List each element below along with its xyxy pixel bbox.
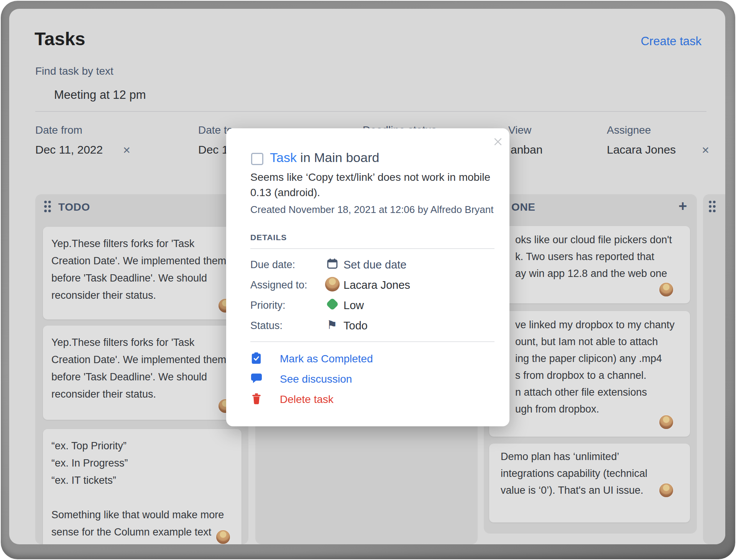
create-task-button[interactable]: Create task [632,34,702,48]
status-flag-icon: ⚑ [327,319,337,331]
task-card[interactable]: Yep.These filters forks for 'Task Creati… [43,227,242,319]
filter-view-value[interactable]: anban [511,143,542,156]
task-details-modal: Task in Main board Seems like ‘Copy text… [226,128,509,426]
page-title: Tasks [34,28,85,49]
screenshot-root: Tasks Create task Find task by text Meet… [0,0,736,560]
status-label: Status: [250,320,283,332]
column-todo-title: TODO [58,201,90,213]
priority-value[interactable]: Low [343,299,364,312]
task-card[interactable]: Demo plan has ‘unlimited’ integrations c… [489,444,690,522]
filter-view-label: View [508,124,531,136]
assignee-avatar [325,277,340,291]
card-text-line: Yep.These filters forks for 'Task [51,235,242,252]
task-description-line1: Seems like ‘Copy text/link’ does not wor… [250,170,490,185]
card-text-line: before 'Task Deadline'. We should [51,368,242,386]
mark-completed-button[interactable]: Mark as Completed [280,353,373,365]
card-text-line: sense for the Column example text [51,524,242,541]
card-text-line: ve linked my dropbox to my chanty [515,316,690,333]
card-text-line: ugh from dropbox. [515,401,690,418]
card-text-line: “ex. In Progress” [51,455,242,472]
set-due-date-button[interactable]: Set due date [343,259,406,271]
modal-title: Task in Main board [270,150,379,165]
details-divider [250,248,495,249]
close-icon[interactable] [493,137,503,148]
modal-title-rest: in Main board [297,150,379,165]
avatar [659,283,673,296]
filter-date-from-clear-icon[interactable]: ✕ [123,145,131,156]
mark-completed-icon [251,352,261,366]
task-card[interactable]: oks like our cloud file pickers don't k.… [489,226,690,303]
header-divider [35,111,706,112]
task-created-meta: Created November 18, 2021 at 12:06 by Al… [250,204,494,216]
card-text-line: integrations capability (technical [501,465,690,482]
details-section-label: DETAILS [250,233,287,242]
card-text-line: n attach other file extensions [515,384,690,401]
filter-date-to-value[interactable]: Dec 1 [198,143,228,156]
see-discussion-button[interactable]: See discussion [280,373,352,385]
filter-assignee-clear-icon[interactable]: ✕ [702,145,710,156]
delete-task-button[interactable]: Delete task [280,393,334,406]
column-todo-drag-handle-icon[interactable] [43,200,52,215]
column-done-title: ONE [511,201,535,213]
card-text-line: before 'Task Deadline'. We should [51,270,242,287]
modal-title-task: Task [270,150,297,165]
column-todo: TODO Yep.These filters forks for 'Task C… [35,194,248,544]
app-screen: Tasks Create task Find task by text Meet… [9,9,725,544]
search-input[interactable]: Meeting at 12 pm [54,88,146,102]
card-text-line: Demo plan has ‘unlimited’ [501,448,690,465]
assigned-to-label: Assigned to: [250,279,307,291]
card-text-line: ount, but Iam not able to attach [515,333,690,350]
card-text-line: ing the paper clipicon) any .mp4 [515,350,690,367]
card-text-line: ay win app 12.8 and the web one [515,265,690,282]
filter-date-from-label: Date from [35,124,82,136]
card-text-line: s from dropbox to a channel. [515,367,690,384]
priority-low-icon [326,298,339,311]
task-card[interactable]: ve linked my dropbox to my chanty ount, … [489,311,690,437]
card-text-line: Creation Date'. We implemented them [51,252,242,270]
card-text-line [51,489,242,506]
avatar [659,483,673,497]
add-task-icon[interactable]: + [678,199,687,213]
column-done: ONE + oks like our cloud file pickers do… [484,194,697,534]
card-text-line: Creation Date'. We implemented them [51,351,242,368]
column-next [703,194,725,544]
card-text-line: reconsider their status. [51,287,242,304]
column-next-drag-handle-icon[interactable] [708,200,717,215]
calendar-icon [327,258,338,271]
task-checkbox[interactable] [251,153,263,165]
task-card[interactable]: “ex. Top Priority” “ex. In Progress” “ex… [43,429,242,544]
status-value[interactable]: Todo [343,319,368,332]
avatar [659,415,673,429]
device-frame: Tasks Create task Find task by text Meet… [1,1,735,559]
card-text-line: “ex. IT tickets” [51,472,242,489]
card-text-line: reconsider their status. [51,386,242,403]
due-date-label: Due date: [250,259,295,271]
card-text-line: oks like our cloud file pickers don't [515,231,690,248]
discussion-icon [251,373,262,385]
filter-assignee-label: Assignee [607,124,651,136]
task-card[interactable]: Yep.These filters forks for 'Task Creati… [43,326,242,420]
filter-assignee-value[interactable]: Lacara Jones [607,143,676,156]
card-text-line: Yep.These filters forks for 'Task [51,334,242,351]
search-label: Find task by text [35,65,113,77]
filter-date-from-value[interactable]: Dec 11, 2022 [35,143,103,156]
card-text-line: Something like that would make more [51,506,242,524]
avatar [216,530,230,544]
assigned-to-value[interactable]: Lacara Jones [343,279,410,291]
priority-label: Priority: [250,300,286,311]
delete-icon [252,393,261,406]
card-text-line: “ex. Top Priority” [51,437,242,455]
task-description-line2: 0.13 (android). [250,185,320,200]
actions-divider [250,341,495,342]
card-text-line: k. Two users has reported that [515,248,690,265]
